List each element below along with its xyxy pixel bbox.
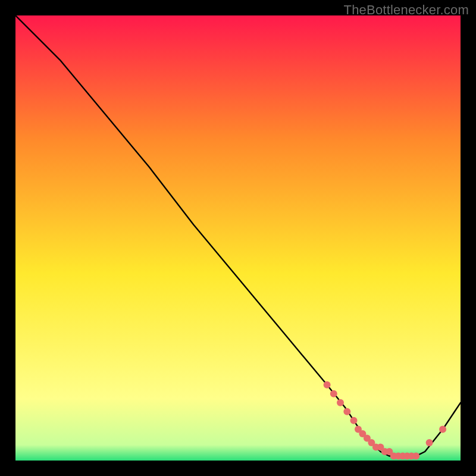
plot-area [15, 15, 461, 461]
chart-svg [15, 15, 461, 461]
dot [426, 439, 433, 446]
watermark-label: TheBottlenecker.com [344, 2, 469, 18]
dot [439, 426, 446, 433]
dot [350, 417, 358, 424]
gradient-background [15, 15, 461, 461]
dot [343, 408, 350, 415]
dot [324, 381, 331, 389]
chart-frame: TheBottlenecker.com [0, 0, 476, 476]
dot [412, 453, 419, 460]
dot [337, 399, 344, 406]
dot [330, 390, 337, 397]
